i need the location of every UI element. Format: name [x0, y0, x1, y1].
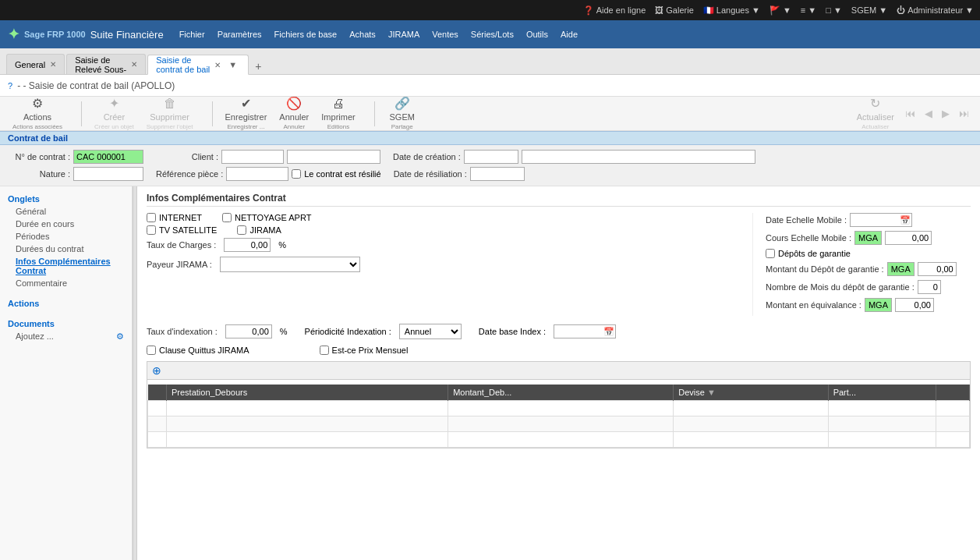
tab-contrat-bail[interactable]: Saisie decontrat de bail ✕ ▼	[147, 55, 249, 75]
onglets-section-title: Onglets	[0, 191, 132, 205]
plus-icon: ✦	[8, 26, 19, 43]
cancel-button[interactable]: 🚫 Annuler Annuler	[274, 94, 313, 133]
resiliation-checkbox[interactable]	[292, 169, 301, 179]
date-resiliation-input[interactable]	[470, 167, 525, 181]
menu-fichier[interactable]: Fichier	[179, 30, 205, 39]
periodicite-select[interactable]: Annuel Mensuel Trimestriel Semestriel	[399, 324, 462, 339]
config-icon[interactable]: ⚙	[116, 331, 124, 342]
taux-indexation-input[interactable]	[225, 324, 272, 338]
menu-fichiers-base[interactable]: Fichiers de base	[274, 30, 338, 39]
flag-button[interactable]: 🚩 ▼	[769, 5, 791, 16]
sgem-button[interactable]: 🔗 SGEM Partage	[383, 94, 422, 133]
tv-satellite-checkbox[interactable]	[147, 225, 156, 235]
toolbar-nav-group: ↻ Actualiser Actualiser ⏮ ◀ ▶ ⏭	[852, 94, 972, 133]
menu-ventes[interactable]: Ventes	[432, 30, 458, 39]
client-input[interactable]	[221, 150, 284, 164]
menu-achats[interactable]: Achats	[349, 30, 376, 39]
montant-depot-input[interactable]	[918, 262, 957, 276]
montant-equivalence-input[interactable]	[895, 298, 934, 312]
window-button[interactable]: □ ▼	[826, 5, 842, 15]
refresh-button[interactable]: ↻ Actualiser Actualiser	[852, 94, 899, 133]
langues-button[interactable]: 🇫🇷 Langues ▼	[703, 5, 760, 16]
sidebar-item-durees-contrat[interactable]: Durées du contrat	[0, 243, 132, 255]
menu-aide[interactable]: Aide	[561, 30, 578, 39]
cours-echelle-input[interactable]	[885, 231, 932, 245]
ref-piece-input[interactable]	[226, 167, 288, 181]
resiliation-check-group[interactable]: Le contrat est résilié	[292, 169, 380, 179]
num-contrat-input[interactable]	[73, 150, 143, 164]
menu-parametres[interactable]: Paramètres	[218, 30, 262, 39]
menu-series-lots[interactable]: Séries/Lots	[471, 30, 514, 39]
payeur-jirama-select[interactable]	[220, 257, 360, 272]
cancel-icon: 🚫	[286, 96, 302, 111]
sgem-button[interactable]: SGEM ▼	[851, 5, 887, 15]
calendar-icon[interactable]: 📅	[900, 215, 911, 225]
galerie-button[interactable]: 🖼 Galerie	[655, 5, 693, 15]
create-button[interactable]: ✦ Créer Créer un objet	[90, 94, 139, 133]
date-resiliation-label: Date de résiliation :	[394, 169, 467, 179]
sidebar-item-general[interactable]: Général	[0, 205, 132, 218]
date-creation-extra-input[interactable]	[522, 150, 755, 164]
sidebar-item-duree-cours[interactable]: Durée en cours	[0, 218, 132, 230]
date-creation-input[interactable]	[464, 150, 518, 164]
sidebar-item-commentaire[interactable]: Commentaire	[0, 277, 132, 289]
close-contrat-tab[interactable]: ✕	[214, 61, 221, 69]
save-button[interactable]: ✔ Enregistrer Enregistrer ...	[221, 94, 272, 133]
nav-last-button[interactable]: ⏭	[956, 106, 972, 121]
tab-releve[interactable]: Saisie deRelevé Sous- ✕	[66, 54, 146, 74]
close-general-tab[interactable]: ✕	[50, 60, 56, 69]
nav-first-button[interactable]: ⏮	[902, 106, 918, 121]
sidebar-item-infos-complementaires[interactable]: Infos Complémentaires Contrat	[0, 255, 132, 277]
empty-cell	[448, 416, 674, 432]
close-releve-tab[interactable]: ✕	[131, 60, 137, 69]
col-extra	[936, 385, 970, 401]
prix-mensuel-check[interactable]: Est-ce Prix Mensuel	[320, 346, 409, 355]
internet-checkbox[interactable]	[147, 213, 156, 222]
actions-button[interactable]: ⚙ Actions Actions associées	[8, 94, 67, 133]
empty-row-3	[148, 432, 970, 448]
client-group: Client :	[156, 150, 380, 164]
nature-input[interactable]	[73, 167, 143, 181]
grid-add-button[interactable]: ⊕	[152, 364, 161, 377]
checkboxes-row-2: TV SATELLITE JIRAMA	[147, 225, 745, 235]
internet-check[interactable]: INTERNET	[147, 213, 202, 222]
client-name-input[interactable]	[287, 150, 380, 164]
calendar-base-icon[interactable]: 📅	[603, 327, 614, 337]
clause-quittus-check[interactable]: Clause Quittus JIRAMA	[147, 346, 249, 355]
help-circle-icon[interactable]: ?	[8, 81, 12, 90]
nature-label: Nature :	[8, 169, 70, 179]
nettoyage-checkbox[interactable]	[222, 213, 232, 222]
sidebar-add-document[interactable]: Ajoutez ... ⚙	[0, 330, 132, 342]
nav-next-button[interactable]: ▶	[939, 106, 953, 121]
empty-cell	[936, 416, 970, 432]
tab-dropdown-arrow[interactable]: ▼	[225, 60, 240, 69]
tv-satellite-check[interactable]: TV SATELLITE	[147, 225, 217, 235]
depots-garantie-check[interactable]: Dépôts de garantie	[766, 249, 851, 258]
print-button[interactable]: 🖨 Imprimer Editions	[317, 95, 359, 133]
jirama-check[interactable]: JIRAMA	[237, 225, 281, 235]
depots-garantie-checkbox[interactable]	[766, 249, 775, 258]
admin-button[interactable]: ⏻ Administrateur ▼	[897, 5, 974, 15]
nettoyage-check[interactable]: NETTOYAGE APRT	[222, 213, 311, 222]
col-select	[148, 385, 167, 401]
prix-mensuel-checkbox[interactable]	[320, 346, 329, 355]
nav-prev-button[interactable]: ◀	[922, 106, 936, 121]
aide-en-ligne-button[interactable]: ❓ Aide en ligne	[583, 5, 646, 16]
col-devise-arrow[interactable]: ▼	[707, 388, 716, 397]
menu-outils[interactable]: Outils	[526, 30, 548, 39]
add-tab-button[interactable]: +	[250, 58, 266, 74]
menu-jirama[interactable]: JIRAMA	[388, 30, 419, 39]
date-echelle-label: Date Echelle Mobile :	[766, 215, 847, 225]
jirama-checkbox[interactable]	[237, 225, 246, 235]
gallery-icon: 🖼	[655, 5, 663, 15]
gear-icon: ⚙	[32, 96, 43, 111]
menu-button[interactable]: ≡ ▼	[801, 5, 816, 15]
empty-cell	[148, 432, 167, 448]
clause-quittus-checkbox[interactable]	[147, 346, 156, 355]
suppress-button[interactable]: 🗑 Supprimer Supprimer l'objet	[142, 95, 198, 133]
sidebar-item-periodes[interactable]: Périodes	[0, 230, 132, 243]
nb-mois-input[interactable]	[918, 280, 941, 294]
taux-charges-input[interactable]	[224, 238, 271, 252]
tab-general[interactable]: General ✕	[6, 54, 65, 74]
grid-toolbar: ⊕	[147, 362, 970, 380]
